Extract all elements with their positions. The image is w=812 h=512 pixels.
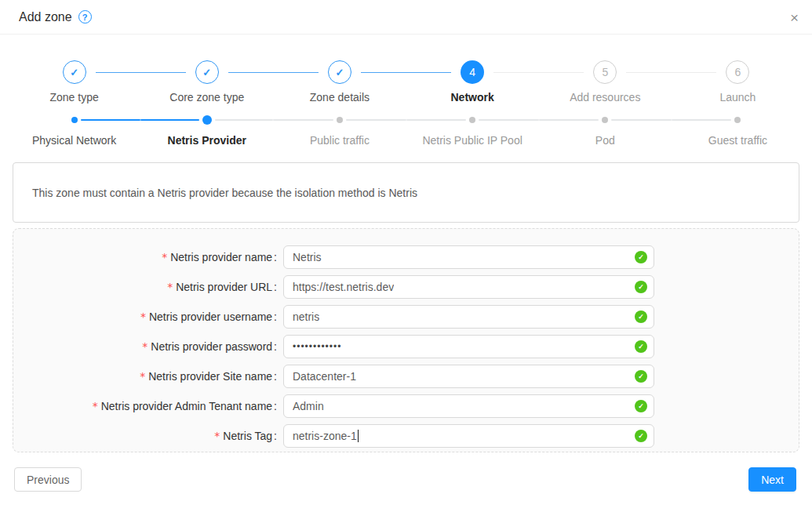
- substep-connector: [539, 119, 599, 121]
- step-connector: [228, 72, 274, 73]
- substep-connector: [346, 119, 406, 121]
- substep-item-netris-provider: Netris Provider: [140, 115, 273, 147]
- substep-label: Public traffic: [310, 134, 370, 147]
- step-item-zone-details: ✓ Zone details: [273, 60, 406, 103]
- wizard-steps: ✓ Zone type ✓ Core zone type ✓ Zone deta…: [8, 60, 804, 103]
- field-label: *Netris provider URL:: [32, 281, 283, 293]
- substep-label: Netris Public IP Pool: [422, 134, 522, 147]
- step-label: Add resources: [570, 91, 640, 103]
- substep-label: Netris Provider: [168, 134, 246, 147]
- substep-dot-icon: [734, 117, 741, 123]
- form-row: *Netris provider Site name: Datacenter-1…: [32, 365, 780, 388]
- label-colon: :: [274, 400, 277, 412]
- required-asterisk: *: [93, 400, 98, 412]
- netris-provider-username-input[interactable]: netris ✓: [283, 305, 654, 329]
- text-caret: [358, 430, 359, 442]
- add-zone-dialog: Add zone ? × ✓ Zone type ✓ Core zone typ…: [0, 0, 812, 512]
- label-colon: :: [274, 310, 277, 323]
- notice-text: This zone must contain a Netris provider…: [32, 187, 417, 199]
- valid-check-icon: ✓: [635, 310, 647, 323]
- substep-label: Guest traffic: [708, 134, 767, 147]
- step-number-icon: 6: [726, 60, 749, 84]
- substep-connector: [479, 119, 539, 121]
- substep-dot-icon: [71, 117, 78, 123]
- step-check-icon: ✓: [195, 60, 219, 84]
- netris-provider-url-input[interactable]: https://test.netris.dev ✓: [283, 275, 654, 299]
- field-label: *Netris Tag:: [32, 430, 283, 442]
- label-colon: :: [274, 370, 277, 383]
- valid-check-icon: ✓: [635, 340, 647, 353]
- required-asterisk: *: [140, 310, 146, 323]
- substep-item-physical-network: Physical Network: [8, 115, 140, 147]
- substep-connector: [215, 119, 274, 121]
- dialog-title: Add zone: [19, 10, 72, 24]
- netris-provider-admin-tenant-name-input[interactable]: Admin ✓: [283, 394, 654, 418]
- substep-dot-icon: [337, 117, 343, 123]
- required-asterisk: *: [214, 430, 220, 442]
- netris-provider-name-input[interactable]: Netris ✓: [283, 245, 654, 269]
- previous-button[interactable]: Previous: [14, 467, 82, 492]
- step-connector: [140, 72, 186, 73]
- field-label: *Netris provider Site name:: [32, 370, 283, 383]
- step-connector: [626, 72, 672, 73]
- form-row: *Netris provider URL: https://test.netri…: [32, 275, 780, 299]
- network-sub-steps: Physical Network Netris Provider Public …: [8, 115, 804, 147]
- help-icon[interactable]: ?: [78, 10, 92, 24]
- netris-provider-form: *Netris provider name: Netris ✓ *Netris …: [13, 228, 799, 452]
- step-label: Zone type: [49, 91, 98, 103]
- step-connector: [406, 72, 452, 73]
- step-number-icon: 5: [593, 60, 617, 84]
- substep-connector: [744, 119, 804, 121]
- label-colon: :: [274, 340, 277, 353]
- substep-connector: [8, 119, 68, 121]
- close-icon[interactable]: ×: [790, 9, 799, 24]
- step-connector: [672, 72, 717, 73]
- form-row: *Netris provider name: Netris ✓: [32, 245, 780, 269]
- step-item-core-zone-type: ✓ Core zone type: [140, 60, 273, 103]
- label-colon: :: [274, 430, 277, 442]
- step-connector: [493, 72, 539, 73]
- form-row: *Netris provider username: netris ✓: [32, 305, 780, 329]
- form-row: *Netris provider password: •••••••••••• …: [32, 335, 780, 358]
- step-connector: [8, 72, 53, 73]
- substep-connector: [273, 119, 333, 121]
- substep-item-pod: Pod: [539, 115, 672, 147]
- step-item-zone-type: ✓ Zone type: [8, 60, 140, 103]
- substep-connector: [406, 119, 467, 121]
- valid-check-icon: ✓: [635, 370, 647, 383]
- step-item-network: 4 Network: [406, 60, 539, 103]
- substep-connector: [611, 119, 672, 121]
- substep-label: Pod: [595, 134, 615, 147]
- field-label: *Netris provider name:: [32, 251, 283, 263]
- step-label: Core zone type: [169, 91, 244, 103]
- valid-check-icon: ✓: [635, 430, 647, 442]
- field-label: *Netris provider username:: [32, 310, 283, 323]
- substep-dot-icon: [469, 117, 475, 123]
- substep-item-netris-public-ip-pool: Netris Public IP Pool: [406, 115, 539, 147]
- step-item-launch: 6 Launch: [672, 60, 804, 103]
- dialog-footer: Previous Next: [14, 467, 796, 492]
- label-colon: :: [274, 281, 277, 293]
- step-check-icon: ✓: [63, 60, 86, 84]
- netris-tag-input[interactable]: netris-zone-1 ✓: [283, 424, 654, 448]
- netris-provider-site-name-input[interactable]: Datacenter-1 ✓: [283, 365, 654, 388]
- step-connector: [361, 72, 406, 73]
- step-connector: [539, 72, 584, 73]
- required-asterisk: *: [167, 281, 173, 293]
- step-number-icon: 4: [461, 60, 484, 84]
- notice-box: This zone must contain a Netris provider…: [13, 162, 799, 223]
- field-label: *Netris provider password:: [32, 340, 283, 353]
- substep-label: Physical Network: [32, 134, 116, 147]
- step-item-add-resources: 5 Add resources: [539, 60, 672, 103]
- netris-provider-password-input[interactable]: •••••••••••• ✓: [283, 335, 654, 358]
- step-label: Launch: [719, 91, 756, 103]
- next-button[interactable]: Next: [748, 467, 796, 492]
- valid-check-icon: ✓: [635, 251, 647, 263]
- label-colon: :: [274, 251, 277, 263]
- substep-item-guest-traffic: Guest traffic: [672, 115, 804, 147]
- valid-check-icon: ✓: [635, 400, 647, 412]
- step-connector: [273, 72, 319, 73]
- substep-connector: [140, 119, 199, 121]
- substep-dot-icon: [202, 115, 212, 125]
- form-row: *Netris Tag: netris-zone-1 ✓: [32, 424, 780, 448]
